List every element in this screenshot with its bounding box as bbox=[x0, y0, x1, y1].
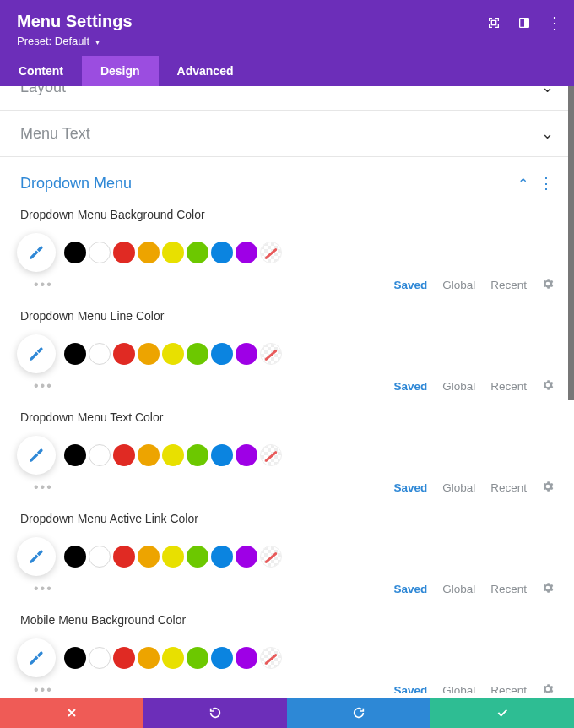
palette-tab-recent[interactable]: Recent bbox=[490, 380, 527, 393]
swatch-yellow[interactable] bbox=[162, 343, 184, 365]
chevron-up-icon[interactable]: ⌃ bbox=[517, 176, 528, 192]
swatch-transparent[interactable] bbox=[260, 647, 282, 669]
swatch-blue[interactable] bbox=[211, 546, 233, 568]
swatch-orange[interactable] bbox=[138, 242, 160, 263]
save-button[interactable] bbox=[430, 698, 574, 728]
swatch-purple[interactable] bbox=[236, 647, 257, 669]
swatch-green[interactable] bbox=[187, 546, 208, 568]
palette-tabs: Saved Global Recent bbox=[393, 278, 554, 292]
swatch-red[interactable] bbox=[113, 647, 135, 669]
scroll-area[interactable]: Layout ⌄ Menu Text ⌄ Dropdown Menu ⌃ ⋮ D… bbox=[0, 86, 574, 693]
more-icon[interactable]: ••• bbox=[34, 277, 53, 292]
tab-advanced[interactable]: Advanced bbox=[159, 56, 252, 86]
palette-tab-global[interactable]: Global bbox=[442, 583, 475, 595]
swatch-black[interactable] bbox=[64, 343, 86, 365]
color-option: Mobile Menu Background Color bbox=[0, 606, 574, 677]
swatch-black[interactable] bbox=[64, 647, 86, 669]
palette-tab-recent[interactable]: Recent bbox=[490, 279, 527, 291]
swatch-red[interactable] bbox=[113, 242, 135, 263]
more-icon[interactable]: ⋮ bbox=[539, 174, 554, 193]
palette-tab-global[interactable]: Global bbox=[442, 481, 475, 494]
swatch-row bbox=[17, 233, 554, 272]
eyedropper-button[interactable] bbox=[17, 233, 56, 272]
swatch-transparent[interactable] bbox=[260, 546, 282, 568]
swatch-yellow[interactable] bbox=[162, 546, 184, 568]
more-icon[interactable]: ••• bbox=[34, 378, 53, 394]
undo-button[interactable] bbox=[144, 698, 287, 728]
palette-tab-saved[interactable]: Saved bbox=[393, 380, 427, 393]
accordion-menu-text[interactable]: Menu Text ⌄ bbox=[0, 111, 574, 157]
preset-selector[interactable]: Preset: Default ▾ bbox=[17, 35, 557, 47]
gear-icon[interactable] bbox=[542, 278, 554, 292]
tab-design[interactable]: Design bbox=[82, 56, 159, 86]
gear-icon[interactable] bbox=[542, 582, 554, 596]
palette-tab-global[interactable]: Global bbox=[442, 684, 475, 693]
fullscreen-icon[interactable] bbox=[486, 15, 501, 30]
swatch-green[interactable] bbox=[187, 343, 208, 365]
preset-prefix: Preset: bbox=[17, 35, 51, 47]
swatch-blue[interactable] bbox=[211, 242, 233, 263]
swatch-orange[interactable] bbox=[138, 343, 160, 365]
palette-tab-global[interactable]: Global bbox=[442, 380, 475, 393]
swatch-yellow[interactable] bbox=[162, 647, 184, 669]
swatch-transparent[interactable] bbox=[260, 343, 282, 365]
swatch-white[interactable] bbox=[89, 242, 111, 263]
swatch-blue[interactable] bbox=[211, 444, 233, 466]
swatch-black[interactable] bbox=[64, 444, 86, 466]
palette-tab-global[interactable]: Global bbox=[442, 279, 475, 291]
accordion-layout[interactable]: Layout ⌄ bbox=[0, 86, 574, 111]
more-icon[interactable]: ••• bbox=[34, 682, 53, 693]
palette-tab-recent[interactable]: Recent bbox=[490, 583, 527, 595]
gear-icon[interactable] bbox=[542, 683, 554, 693]
panel-icon[interactable] bbox=[517, 15, 532, 30]
swatch-blue[interactable] bbox=[211, 647, 233, 669]
swatch-purple[interactable] bbox=[236, 546, 257, 568]
palette-tab-saved[interactable]: Saved bbox=[393, 481, 427, 494]
palette-tab-recent[interactable]: Recent bbox=[490, 684, 527, 693]
more-icon[interactable]: ⋮ bbox=[547, 15, 562, 30]
more-icon[interactable]: ••• bbox=[34, 581, 53, 596]
palette-tab-saved[interactable]: Saved bbox=[393, 279, 427, 291]
gear-icon[interactable] bbox=[542, 481, 554, 495]
swatch-white[interactable] bbox=[89, 343, 111, 365]
swatch-black[interactable] bbox=[64, 546, 86, 568]
swatch-orange[interactable] bbox=[138, 444, 160, 466]
redo-button[interactable] bbox=[287, 698, 430, 728]
swatch-white[interactable] bbox=[89, 647, 111, 669]
swatch-orange[interactable] bbox=[138, 546, 160, 568]
color-option: Dropdown Menu Text Color bbox=[0, 404, 574, 475]
eyedropper-button[interactable] bbox=[17, 436, 56, 475]
gear-icon[interactable] bbox=[542, 379, 554, 394]
swatch-purple[interactable] bbox=[236, 444, 257, 466]
swatch-green[interactable] bbox=[187, 444, 208, 466]
eyedropper-button[interactable] bbox=[17, 638, 56, 677]
close-button[interactable] bbox=[0, 698, 144, 728]
swatch-green[interactable] bbox=[187, 647, 208, 669]
palette-tab-saved[interactable]: Saved bbox=[393, 583, 427, 595]
tab-content[interactable]: Content bbox=[0, 56, 82, 86]
accordion-title: Dropdown Menu bbox=[20, 175, 132, 193]
swatch-blue[interactable] bbox=[211, 343, 233, 365]
swatch-orange[interactable] bbox=[138, 647, 160, 669]
scrollbar[interactable] bbox=[568, 86, 574, 400]
swatch-purple[interactable] bbox=[236, 343, 257, 365]
swatch-black[interactable] bbox=[64, 242, 86, 263]
eyedropper-button[interactable] bbox=[17, 537, 56, 576]
swatch-red[interactable] bbox=[113, 343, 135, 365]
more-icon[interactable]: ••• bbox=[34, 480, 53, 495]
swatch-purple[interactable] bbox=[236, 242, 257, 263]
swatch-yellow[interactable] bbox=[162, 444, 184, 466]
swatch-yellow[interactable] bbox=[162, 242, 184, 263]
palette-tab-saved[interactable]: Saved bbox=[393, 684, 427, 693]
accordion-dropdown-menu[interactable]: Dropdown Menu ⌃ ⋮ bbox=[0, 157, 574, 201]
swatch-green[interactable] bbox=[187, 242, 208, 263]
swatch-red[interactable] bbox=[113, 444, 135, 466]
swatch-white[interactable] bbox=[89, 546, 111, 568]
palette-tab-recent[interactable]: Recent bbox=[490, 481, 527, 494]
swatch-transparent[interactable] bbox=[260, 242, 282, 263]
swatch-transparent[interactable] bbox=[260, 444, 282, 466]
color-option: Dropdown Menu Line Color bbox=[0, 302, 574, 373]
swatch-red[interactable] bbox=[113, 546, 135, 568]
swatch-white[interactable] bbox=[89, 444, 111, 466]
eyedropper-button[interactable] bbox=[17, 334, 56, 373]
